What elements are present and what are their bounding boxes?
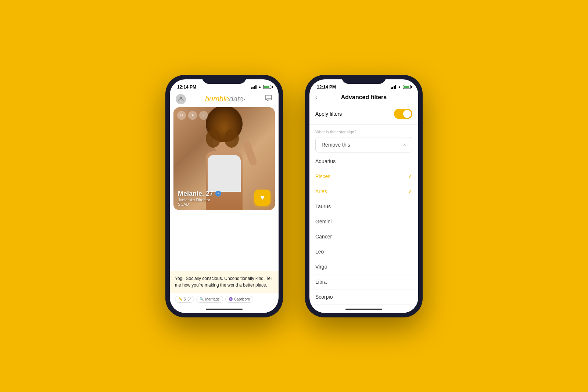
battery-icon-right [403,85,411,89]
filter-title: Advanced filters [341,94,387,101]
back-button[interactable]: ‹ [315,94,317,101]
notch-right [342,75,386,84]
height-label: 5' 6" [184,297,191,301]
apply-filters-label: Apply filters [315,111,342,117]
zodiac-leo[interactable]: Leo [309,244,418,259]
tags-row: 📏 5' 6" 🔍 Marriage ♑ Capricorn [170,293,279,306]
left-phone: 12:14 PM ▲ [165,75,283,317]
wifi-icon-right: ▲ [398,85,401,89]
zodiac-gemini[interactable]: Gemini [309,214,418,229]
zodiac-name-leo: Leo [315,249,324,255]
zodiac-pisces[interactable]: Pisces ✓ [309,169,418,184]
status-icons-left: ▲ [251,85,271,89]
zodiac-scorpio[interactable]: Scorpio [309,289,418,305]
undo-icon[interactable]: ↺ [177,111,186,120]
card-info: Melanie, 27 ✓ Junior Art Director SCAD [178,190,221,206]
bio-section: Yogi. Socially conscious. Unconditionall… [170,271,279,293]
battery-fill-right [404,86,409,88]
toggle-knob [403,110,411,118]
time-left: 12:14 PM [177,84,196,90]
logo-bumble: bumble [205,95,229,103]
zodiac-label: Capricorn [234,297,250,301]
app-logo: bumbledate· [205,95,245,103]
zodiac-name-cancer: Cancer [315,234,332,240]
signal-icon-right [391,85,396,89]
battery-icon [263,85,271,89]
zodiac-name-aries: Aries [315,188,327,194]
right-phone: 12:14 PM ▲ ‹ Advanced filters [305,75,423,317]
zodiac-name-libra: Libra [315,279,327,285]
zodiac-name-pisces: Pisces [315,173,330,179]
profile-name: Melanie, 27 ✓ [178,190,221,198]
app-header: bumbledate· [170,93,279,107]
zodiac-name-taurus: Taurus [315,204,331,209]
zodiac-aquarius[interactable]: Aquarius [309,154,418,169]
capricorn-icon: ♑ [229,297,233,301]
zodiac-taurus[interactable]: Taurus [309,199,418,214]
star-sign-question: What is their star sign? [309,127,418,136]
wifi-icon: ▲ [258,85,262,89]
verified-badge: ✓ [215,191,221,197]
zodiac-libra[interactable]: Libra [309,274,418,289]
super-icon[interactable]: ★ [188,111,197,120]
logo-date: date· [229,95,245,103]
heart-search-icon: 🔍 [200,297,204,301]
height-tag: 📏 5' 6" [175,296,194,303]
card-action-icons: ↺ ★ ♪ [177,111,208,120]
height-icon: 📏 [178,297,182,301]
zodiac-list: Aquarius Pisces ✓ Aries ✓ Taurus Gemini [309,154,418,306]
home-indicator-left [170,306,279,313]
zodiac-name-virgo: Virgo [315,264,327,270]
pisces-check-icon: ✓ [408,173,412,179]
notch [202,75,246,84]
zodiac-aries[interactable]: Aries ✓ [309,184,418,199]
like-button[interactable]: ♥ [254,190,270,206]
signal-icon [251,85,257,89]
zodiac-cancer[interactable]: Cancer [309,229,418,244]
filter-header: ‹ Advanced filters [309,93,418,104]
home-bar-right [345,309,382,310]
filter-content: Apply filters What is their star sign? R… [309,104,418,306]
profile-job: Junior Art Director [178,198,221,202]
messages-icon[interactable] [265,94,273,104]
status-icons-right: ▲ [391,85,411,89]
apply-filters-row: Apply filters [309,104,418,125]
selected-filter-row: Remove this × [315,137,412,152]
card-area: ↺ ★ ♪ Melanie, 27 ✓ Junior Art Director … [170,107,279,271]
home-indicator-right [309,306,418,313]
selected-filter-text: Remove this [322,142,350,148]
zodiac-name-aquarius: Aquarius [315,158,336,164]
remove-filter-button[interactable]: × [403,142,406,148]
intention-label: Marriage [205,297,219,301]
home-bar [206,309,243,310]
profile-avatar-btn[interactable] [176,94,186,104]
profile-school: SCAD [178,202,221,206]
zodiac-name-scorpio: Scorpio [315,294,333,300]
aries-check-icon: ✓ [408,188,412,194]
battery-fill [264,86,269,88]
boost-icon[interactable]: ♪ [199,111,208,120]
zodiac-name-gemini: Gemini [315,219,331,224]
profile-card[interactable]: ↺ ★ ♪ Melanie, 27 ✓ Junior Art Director … [173,107,275,210]
bio-text: Yogi. Socially conscious. Unconditionall… [175,275,273,288]
intention-tag: 🔍 Marriage [196,296,223,303]
apply-filters-toggle[interactable] [394,109,412,119]
zodiac-tag: ♑ Capricorn [225,296,253,303]
time-right: 12:14 PM [317,84,336,90]
zodiac-virgo[interactable]: Virgo [309,259,418,274]
